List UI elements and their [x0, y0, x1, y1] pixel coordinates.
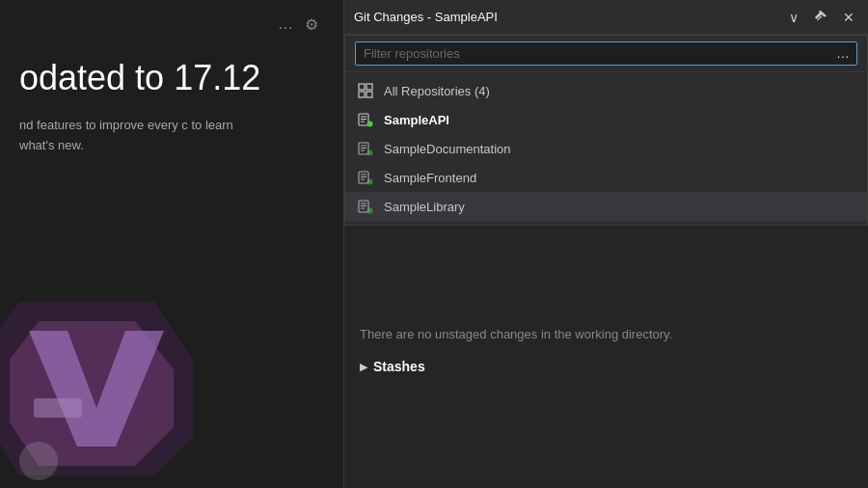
gear-icon[interactable]: ⚙ — [305, 15, 318, 34]
repo-item-sampledocumentation[interactable]: SampleDocumentation — [345, 134, 867, 163]
dropdown-more-button[interactable]: … — [832, 43, 854, 63]
repo-item-all[interactable]: All Repositories (4) — [345, 76, 867, 105]
sampledocumentation-label: SampleDocumentation — [384, 142, 511, 156]
pin-button[interactable] — [810, 9, 831, 26]
no-changes-message: There are no unstaged changes in the wor… — [358, 327, 854, 341]
panel-title: Git Changes - SampleAPI — [354, 10, 498, 24]
svg-point-13 — [367, 122, 373, 127]
more-icon[interactable]: … — [278, 15, 293, 34]
page-subtitle: nd features to improve every c to learn … — [19, 116, 270, 156]
all-repos-icon — [357, 82, 374, 99]
svg-rect-8 — [366, 92, 372, 97]
repo-item-samplelibrary[interactable]: SampleLibrary — [345, 192, 867, 221]
samplelibrary-label: SampleLibrary — [384, 200, 465, 214]
samplelibrary-icon — [357, 198, 374, 215]
stashes-section[interactable]: ▶ Stashes — [358, 355, 854, 378]
repo-dropdown-overlay: … All Repositories (4) — [344, 35, 868, 226]
sampleapi-icon — [357, 111, 374, 128]
dropdown-button[interactable]: ∨ — [785, 8, 802, 27]
svg-point-28 — [367, 208, 373, 214]
svg-point-4 — [19, 442, 58, 480]
page-title: odated to 17.12 — [19, 58, 260, 98]
stashes-chevron-icon: ▶ — [360, 361, 367, 373]
background-panel: … ⚙ odated to 17.12 nd features to impro… — [0, 0, 347, 488]
close-button[interactable]: ✕ — [839, 8, 858, 27]
all-repos-label: All Repositories (4) — [384, 84, 490, 98]
svg-point-18 — [367, 150, 373, 156]
sampledocumentation-icon — [357, 140, 374, 157]
samplefrontend-label: SampleFrontend — [384, 171, 476, 185]
git-changes-panel: Git Changes - SampleAPI ∨ ✕ SampleAPI ▾ … — [343, 0, 868, 488]
top-toolbar: … ⚙ — [278, 15, 318, 34]
repo-item-samplefrontend[interactable]: SampleFrontend — [345, 163, 867, 192]
panel-titlebar: Git Changes - SampleAPI ∨ ✕ — [344, 0, 868, 35]
repo-list: All Repositories (4) SampleAPI — [345, 72, 867, 225]
panel-content: There are no unstaged changes in the wor… — [344, 317, 868, 488]
repo-item-sampleapi[interactable]: SampleAPI — [345, 105, 867, 134]
stashes-label: Stashes — [373, 359, 425, 374]
vs-logo — [0, 283, 212, 488]
filter-row: … — [345, 36, 867, 72]
sampleapi-label: SampleAPI — [384, 113, 449, 127]
svg-point-23 — [367, 179, 373, 185]
samplefrontend-icon — [357, 169, 374, 186]
filter-repositories-input[interactable] — [355, 41, 857, 66]
svg-rect-5 — [359, 84, 365, 90]
svg-rect-6 — [366, 84, 372, 90]
titlebar-icons: ∨ ✕ — [785, 8, 858, 27]
svg-rect-7 — [359, 92, 365, 97]
svg-rect-3 — [34, 398, 82, 418]
